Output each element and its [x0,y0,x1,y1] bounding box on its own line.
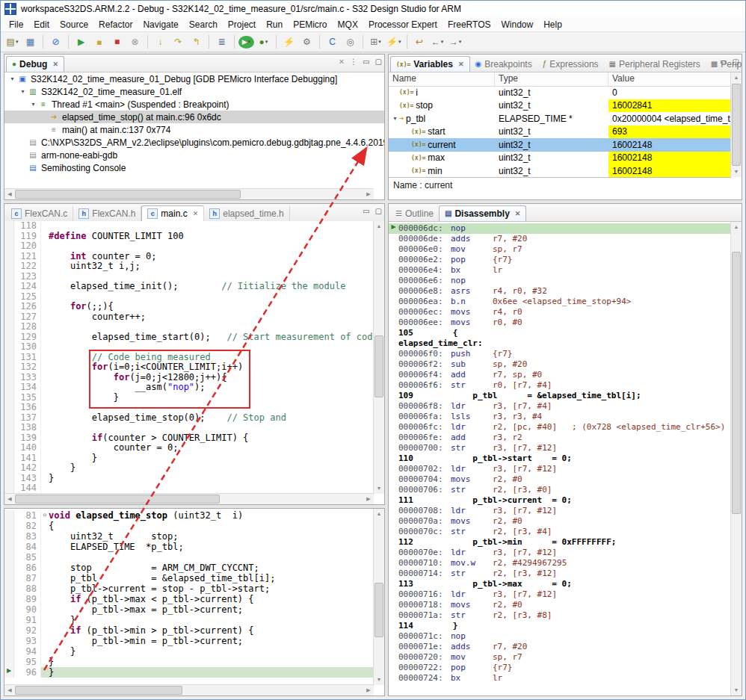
flash-programmer-button[interactable]: ⚡ [280,34,298,49]
last-edit-location-button[interactable]: ↩ [411,34,428,49]
menu-navigate[interactable]: Navigate [138,18,183,31]
menu-processor-expert[interactable]: Processor Expert [363,18,443,31]
dropdown-caret-icon[interactable]: ▾ [398,39,401,45]
menu-freertos[interactable]: FreeRTOS [443,18,496,31]
column-header-value[interactable]: Value [608,72,731,86]
dropdown-caret-icon[interactable]: ▾ [248,39,251,45]
code-area[interactable]: 118119#define COUNTER_LIMIT 100120121 in… [4,221,374,494]
scroll-up-icon[interactable] [374,221,384,232]
debug-tree-row[interactable]: ≡main() at main.c:137 0x774 [4,123,384,136]
menu-search[interactable]: Search [184,18,223,31]
close-tab-icon[interactable]: ✕ [193,210,199,217]
menu-edit[interactable]: Edit [28,18,55,31]
disconnect-button[interactable]: ⊗ [126,34,144,49]
menu-window[interactable]: Window [496,18,539,31]
debug-view-menu-button[interactable]: ⋮ [350,58,357,66]
scrollbar-thumb[interactable] [15,686,182,695]
editor-tab-main-c[interactable]: cmain.c✕ [141,205,204,221]
scroll-left-icon[interactable] [4,685,15,696]
debug-tab-debug[interactable]: ●Debug✕ [6,56,64,72]
variables-tab-breakpoints[interactable]: ◉Breakpoints [470,57,537,72]
editor-tab-elapsed-time-h[interactable]: helapsed_time.h [204,206,289,221]
expander-icon[interactable]: ▾ [18,88,28,95]
new-button[interactable]: ▤▾ [4,34,21,49]
debug-tree-row[interactable]: ▾▣S32K142_02_time_measure_01_Debug [GDB … [4,72,384,85]
close-tab-icon[interactable]: ✕ [52,61,58,68]
scrollbar-thumb[interactable] [732,252,741,514]
scroll-left-icon[interactable] [4,494,15,504]
debug-tree-row[interactable]: ▾≡Thread #1 <main> (Suspended : Breakpoi… [4,98,384,111]
terminate-button[interactable]: ■ [108,34,126,49]
scroll-down-icon[interactable] [731,167,742,177]
variables-tab-variables[interactable]: (x)=Variables✕ [390,56,470,72]
expander-icon[interactable]: ▾ [7,75,17,82]
menu-project[interactable]: Project [223,18,261,31]
scroll-up-icon[interactable] [731,222,742,232]
debug-config-button[interactable]: ⚙ [298,34,315,49]
scrollbar-thumb[interactable] [15,190,241,199]
open-perspective-button[interactable]: ⊞▾ [367,34,384,49]
horizontal-scrollbar[interactable] [4,188,374,199]
step-over-button[interactable]: ↷ [170,34,187,49]
search-button[interactable]: ◎ [342,34,359,49]
step-return-button[interactable]: ↰ [188,34,205,49]
variable-row[interactable]: (x)=startuint32_t693 [389,126,731,139]
minimize-button[interactable]: ▭ [363,58,369,66]
vertical-scrollbar[interactable] [373,221,384,494]
scroll-right-icon[interactable] [363,685,374,696]
step-into-button[interactable]: ↓ [152,34,169,49]
back-button[interactable]: ←▾ [429,34,446,49]
debug-button[interactable]: ●▾ [255,34,272,49]
debug-tree-row[interactable]: ▤arm-none-eabi-gdb [4,149,384,161]
instruction-stepping-button[interactable]: ≣ [213,34,230,49]
menu-run[interactable]: Run [261,18,288,31]
dropdown-caret-icon[interactable]: ▾ [459,39,462,45]
scrollbar-thumb[interactable] [15,495,220,504]
external-tools-button[interactable]: ⚡▾ [385,34,403,49]
close-tab-icon[interactable]: ✕ [515,210,521,217]
variable-row[interactable]: ▾➜p_tblELAPSED_TIME *0x20000004 <elapsed… [389,112,731,126]
expander-icon[interactable]: ▾ [391,115,399,122]
new-c-project-button[interactable]: C [324,34,341,49]
vertical-scrollbar[interactable] [730,222,742,696]
variable-row[interactable]: (x)=stopuint32_t16002841 [389,99,731,113]
menu-mqx[interactable]: MQX [333,18,363,31]
code-area[interactable]: 81⊖void elapsed_time_stop (uint32_t i)82… [4,509,374,685]
disassembly-tab-disassembly[interactable]: ▤Disassembly✕ [439,205,526,221]
column-header-name[interactable]: Name [389,72,495,86]
editor-tab-flexcan-c[interactable]: cFlexCAN.c [6,206,73,221]
vertical-scrollbar[interactable] [730,72,742,177]
collapse-icon[interactable]: ⊖ [41,510,49,521]
maximize-button[interactable]: ▢ [375,58,382,66]
scroll-down-icon[interactable] [374,675,384,685]
editor-tab-flexcan-h[interactable]: hFlexCAN.h [73,206,141,221]
horizontal-scrollbar[interactable] [4,493,374,504]
maximize-button[interactable]: ▢ [733,58,739,66]
variable-row[interactable]: (x)=maxuint32_t16002148 [389,152,731,165]
scroll-left-icon[interactable] [4,189,15,199]
dropdown-caret-icon[interactable]: ▾ [16,39,19,45]
minimize-button[interactable]: ▭ [720,58,727,66]
menu-pemicro[interactable]: PEMicro [288,18,332,31]
menu-source[interactable]: Source [55,18,93,31]
close-tab-icon[interactable]: ✕ [458,61,464,68]
menu-help[interactable]: Help [538,18,567,31]
horizontal-scrollbar[interactable] [4,684,374,696]
scroll-right-icon[interactable] [363,494,374,504]
scrollbar-thumb[interactable] [732,84,741,166]
column-header-type[interactable]: Type [495,72,608,86]
scroll-down-icon[interactable] [731,685,742,696]
run-button[interactable]: ▶▾ [238,36,254,49]
debug-tree-row[interactable]: ▤C:\NXP\S32DS_ARM_v2.2\eclipse\plugins\c… [4,136,384,149]
dropdown-caret-icon[interactable]: ▾ [441,39,444,45]
scroll-down-icon[interactable] [374,483,384,494]
vertical-scrollbar[interactable] [373,509,384,685]
resume-button[interactable]: ▶ [73,34,90,49]
scroll-up-icon[interactable] [374,509,384,519]
menu-refactor[interactable]: Refactor [93,18,138,31]
dropdown-caret-icon[interactable]: ▾ [265,39,268,45]
save-button[interactable]: ▦ [22,34,39,49]
minimize-button[interactable]: ▭ [363,208,369,215]
variable-row[interactable]: (x)=minuint32_t16002148 [389,164,731,178]
variable-row[interactable]: (x)=iuint32_t0 [389,86,731,99]
